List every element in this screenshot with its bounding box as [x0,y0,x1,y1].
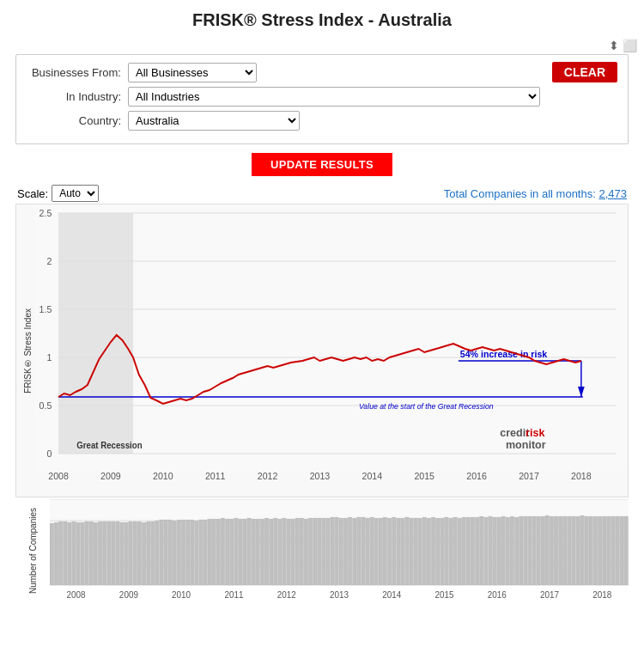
svg-rect-173 [606,516,611,585]
svg-text:Great Recession: Great Recession [76,441,142,450]
svg-rect-109 [326,518,331,585]
svg-rect-120 [374,518,379,585]
svg-rect-128 [410,518,414,585]
svg-rect-98 [278,519,283,585]
svg-text:2012: 2012 [258,471,278,481]
svg-rect-1 [58,213,133,454]
svg-rect-116 [356,517,361,585]
businesses-select[interactable]: All Businesses [128,63,257,82]
svg-rect-80 [199,520,204,585]
svg-rect-55 [89,522,94,585]
svg-text:2015: 2015 [414,471,434,481]
svg-rect-141 [466,517,471,585]
svg-rect-62 [120,522,125,585]
svg-rect-114 [348,517,352,585]
svg-rect-73 [168,520,173,585]
country-select[interactable]: Australia [128,111,300,131]
svg-rect-50 [67,522,71,585]
svg-text:2008: 2008 [67,590,86,600]
svg-rect-52 [76,522,81,585]
svg-text:2013: 2013 [310,471,331,481]
svg-rect-68 [146,522,150,585]
svg-text:Value at the start of the Grea: Value at the start of the Great Recessio… [359,402,494,411]
svg-rect-115 [352,518,356,585]
resize-icons[interactable]: ⬍ ⬜ [609,39,637,52]
svg-rect-134 [435,518,440,585]
svg-rect-146 [489,516,493,585]
svg-rect-155 [528,516,532,585]
svg-rect-69 [150,522,155,585]
svg-text:1.5: 1.5 [39,304,52,314]
svg-rect-167 [580,515,585,585]
svg-rect-136 [445,517,449,585]
svg-rect-168 [585,516,589,585]
svg-rect-106 [313,518,317,585]
svg-rect-164 [568,516,572,585]
svg-rect-126 [400,518,404,585]
svg-rect-96 [269,519,273,585]
svg-rect-74 [173,521,177,585]
svg-rect-145 [484,517,489,585]
svg-text:0: 0 [46,448,52,459]
svg-rect-132 [427,518,431,585]
svg-rect-84 [216,519,221,585]
svg-rect-140 [462,517,466,585]
svg-text:2014: 2014 [382,590,401,600]
svg-text:0.5: 0.5 [39,400,52,411]
svg-text:monitor: monitor [506,438,546,451]
svg-rect-153 [519,516,523,585]
svg-rect-66 [137,522,142,585]
svg-rect-137 [449,518,453,585]
industry-label: In Industry: [27,90,121,103]
svg-rect-88 [234,518,238,585]
industry-select[interactable]: All Industries [128,87,540,107]
svg-rect-133 [431,517,435,585]
bar-y-axis-label: Number of Companies [28,508,38,594]
scale-select[interactable]: Auto [52,185,99,202]
svg-text:2009: 2009 [100,471,121,481]
svg-rect-94 [260,519,264,585]
svg-text:2016: 2016 [466,471,487,481]
svg-text:2015: 2015 [435,590,454,600]
y-axis-label: FRISK® Stress Index [23,308,33,393]
svg-rect-135 [440,518,444,585]
total-value-link[interactable]: 2,473 [598,187,627,200]
bar-chart: 2,000 1,500 1,000 500 0 2008200920102011… [50,499,629,602]
svg-rect-47 [54,522,58,585]
svg-rect-123 [387,518,392,585]
svg-rect-131 [422,517,427,585]
svg-text:risk: risk [526,426,545,439]
clear-button[interactable]: CLEAR [552,62,617,82]
svg-rect-89 [239,519,243,585]
svg-rect-147 [493,517,497,585]
svg-rect-122 [383,517,387,585]
svg-rect-156 [532,516,537,585]
svg-text:2012: 2012 [277,590,296,600]
svg-rect-138 [453,517,458,585]
svg-rect-71 [160,520,164,585]
svg-rect-76 [181,520,185,585]
svg-rect-161 [554,516,558,585]
svg-text:2.5: 2.5 [39,208,52,218]
svg-rect-125 [396,518,400,585]
svg-rect-148 [497,517,501,585]
svg-rect-130 [418,518,422,585]
svg-rect-150 [506,517,510,585]
svg-rect-54 [85,522,89,585]
svg-text:2018: 2018 [592,590,611,600]
svg-rect-139 [458,518,462,585]
svg-rect-129 [414,518,418,585]
svg-rect-152 [514,517,519,585]
update-results-button[interactable]: UPDATE RESULTS [252,153,392,176]
svg-text:2018: 2018 [571,471,592,481]
svg-rect-111 [335,517,339,585]
svg-rect-78 [190,520,194,585]
svg-rect-158 [541,516,545,585]
svg-rect-60 [111,522,115,585]
svg-rect-101 [291,519,295,585]
svg-text:2013: 2013 [330,590,349,600]
svg-rect-144 [479,516,483,585]
svg-rect-117 [361,517,366,585]
main-chart: 2.5 2 1.5 1 0.5 0 2008 2009 2010 2011 20… [35,204,628,497]
svg-rect-157 [537,516,541,585]
